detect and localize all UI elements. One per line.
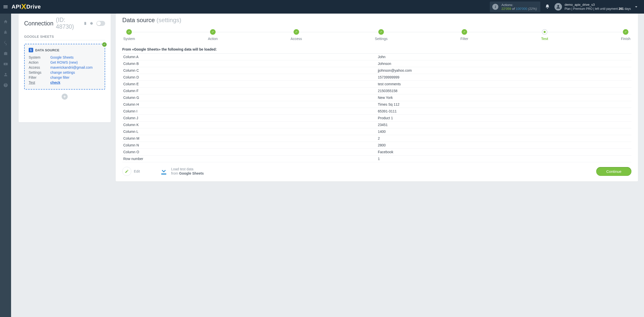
home-icon xyxy=(3,19,8,24)
table-row: Column K23451 xyxy=(122,122,392,128)
kv-value[interactable]: Google Sheets xyxy=(50,55,74,59)
settings-card: Data source (settings) SystemActionAcces… xyxy=(116,14,392,181)
kv-row: Accessmaverickandrii@gmail.com xyxy=(29,65,101,70)
edit-icon-circle xyxy=(122,167,131,176)
rail-help[interactable] xyxy=(0,80,11,90)
col-value: Facebook xyxy=(377,149,392,155)
col-value: 2150355158 xyxy=(377,88,392,94)
add-block-row: + xyxy=(24,94,105,100)
col-name: Column G xyxy=(122,94,377,101)
table-row: Column L1400 xyxy=(122,128,392,135)
col-value: 23451 xyxy=(377,122,392,128)
col-name: Column O xyxy=(122,149,377,155)
col-name: Column E xyxy=(122,81,377,88)
kv-value[interactable]: maverickandrii@gmail.com xyxy=(50,65,93,69)
col-name: Column F xyxy=(122,88,377,94)
check-icon xyxy=(211,30,214,33)
table-row: Column D15739999999 xyxy=(122,74,392,81)
sitemap-icon xyxy=(3,30,8,35)
brand-logo[interactable]: API X Drive xyxy=(12,4,41,10)
connection-enabled-toggle[interactable] xyxy=(96,21,105,26)
kv-key: Action xyxy=(29,60,50,64)
rail-account[interactable] xyxy=(0,69,11,80)
data-source-block[interactable]: 1 DATA SOURCE SystemGoogle SheetsActionG… xyxy=(24,44,105,90)
table-row: Column Etest comments xyxy=(122,81,392,88)
rail-video[interactable] xyxy=(0,59,11,69)
col-value: 1 xyxy=(377,155,392,162)
col-name: Column J xyxy=(122,115,377,122)
col-value: 2800 xyxy=(377,142,392,149)
table-row: Column BJohnson xyxy=(122,60,392,67)
col-value: 15739999999 xyxy=(377,74,392,81)
briefcase-icon xyxy=(3,51,8,56)
step-settings[interactable]: Settings xyxy=(375,29,388,41)
footer-actions: Edit Load test data from Google Sheets C… xyxy=(122,167,392,176)
table-row: Column Cjjohnson@yahoo.com xyxy=(122,67,392,74)
topbar: API X Drive i Actions: 22'059 of 100'000… xyxy=(0,0,392,14)
block-header: 1 DATA SOURCE xyxy=(29,48,101,52)
youtube-icon xyxy=(3,62,8,66)
pencil-icon xyxy=(125,169,129,173)
page: Connection (ID: 48730) GOOGLE SHEETS 1 D… xyxy=(11,14,392,196)
col-value: test comments xyxy=(377,81,392,88)
kv-value[interactable]: Get ROWS (new) xyxy=(50,60,78,64)
rail-billing[interactable] xyxy=(0,38,11,48)
step-system[interactable]: System xyxy=(123,29,135,41)
table-row: Column N2800 xyxy=(122,142,392,149)
kv-key: Test xyxy=(29,81,50,85)
table-row: Column F2150355158 xyxy=(122,88,392,94)
menu-toggle[interactable] xyxy=(0,0,11,14)
rail-home[interactable] xyxy=(0,17,11,27)
preview-heading: From «Google Sheets» the following data … xyxy=(122,47,392,54)
table-row: Column GNew York xyxy=(122,94,392,101)
kv-value[interactable]: check xyxy=(50,81,60,85)
dollar-icon xyxy=(3,41,8,45)
col-name: Row number xyxy=(122,155,377,162)
side-rail xyxy=(0,14,11,196)
edit-button[interactable]: Edit xyxy=(122,167,140,176)
gear-icon[interactable] xyxy=(90,21,93,25)
col-name: Column D xyxy=(122,74,377,81)
kv-row: Filterchange filter xyxy=(29,75,101,80)
step-label: System xyxy=(123,37,135,41)
step-label: Access xyxy=(291,37,302,41)
table-row: Column I65391-3111 xyxy=(122,108,392,115)
rail-connections[interactable] xyxy=(0,27,11,37)
col-name: Column L xyxy=(122,128,377,135)
kv-row: Testcheck xyxy=(29,80,101,85)
add-block-button[interactable]: + xyxy=(62,94,68,100)
kv-value[interactable]: change filter xyxy=(50,75,69,80)
rail-tools[interactable] xyxy=(0,48,11,58)
brand-suffix: Drive xyxy=(26,4,41,10)
table-row: Column M2 xyxy=(122,135,392,142)
load-line2: from Google Sheets xyxy=(171,171,204,176)
col-value: 1400 xyxy=(377,128,392,135)
user-icon xyxy=(3,72,8,77)
kv-key: Filter xyxy=(29,75,50,80)
download-icon xyxy=(159,167,168,176)
col-name: Column K xyxy=(122,122,377,128)
table-row: Column AJohn xyxy=(122,54,392,60)
step-label: Settings xyxy=(375,37,388,41)
step-dot xyxy=(126,29,132,35)
kv-row: ActionGet ROWS (new) xyxy=(29,60,101,65)
check-icon xyxy=(103,43,106,46)
block-number-badge: 1 xyxy=(29,48,33,52)
kv-row: SystemGoogle Sheets xyxy=(29,55,101,60)
table-row: Column JProduct 1 xyxy=(122,115,392,122)
notes-icon[interactable] xyxy=(84,21,87,25)
col-value: Product 1 xyxy=(377,115,392,122)
step-action[interactable]: Action xyxy=(208,29,218,41)
step-access[interactable]: Access xyxy=(291,29,302,41)
col-name: Column C xyxy=(122,67,377,74)
hamburger-icon xyxy=(3,4,8,10)
load-test-data-button[interactable]: Load test data from Google Sheets xyxy=(159,167,204,176)
kv-value[interactable]: change settings xyxy=(50,70,75,74)
step-dot xyxy=(210,29,216,35)
col-value: Times Sq 112 xyxy=(377,101,392,108)
block-title: DATA SOURCE xyxy=(35,48,59,52)
col-name: Column A xyxy=(122,54,377,60)
connection-card: Connection (ID: 48730) GOOGLE SHEETS 1 D… xyxy=(19,14,111,122)
col-name: Column H xyxy=(122,101,377,108)
table-row: Column OFacebook xyxy=(122,149,392,155)
